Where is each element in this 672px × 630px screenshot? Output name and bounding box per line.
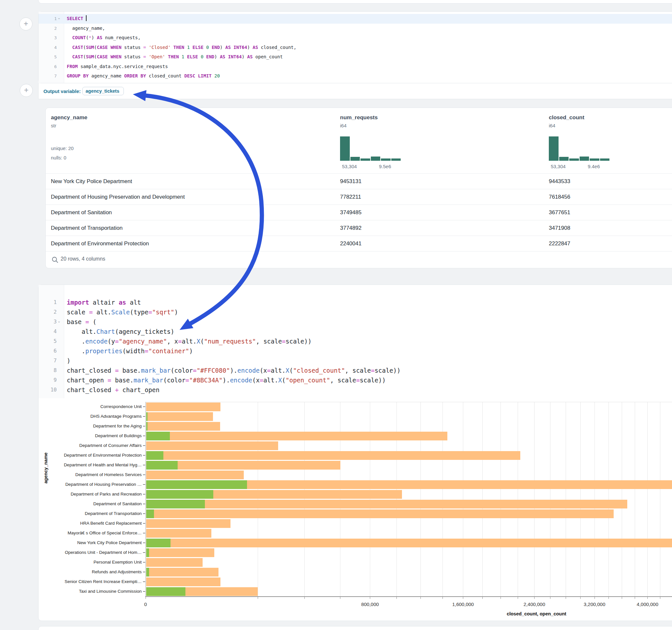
histogram-bar xyxy=(559,157,569,161)
histogram-max-label: 9.5e6 xyxy=(379,164,391,169)
previous-cell-edge xyxy=(38,0,672,4)
notebook-page: + + 1⌄SELECT 2 agency_name,3 COUNT(*) AS… xyxy=(0,0,672,630)
code-text: agency_name, xyxy=(67,24,105,33)
output-variable-bar: Output variable: agency_tickets xyxy=(38,83,672,99)
histogram-bar xyxy=(600,159,610,161)
line-number: 7 xyxy=(39,356,57,366)
code-line[interactable]: 5 CAST(SUM(CASE WHEN status = 'Open' THE… xyxy=(39,52,672,62)
line-number: 6 xyxy=(39,346,57,356)
code-line[interactable]: 6FROM sample_data.nyc.service_requests xyxy=(39,62,672,72)
table-row[interactable]: New York City Police Department945313194… xyxy=(46,173,672,189)
column-type: str xyxy=(51,123,56,128)
code-text: chart_open = base.mark_bar(color="#8BC34… xyxy=(67,375,386,385)
table-cell: 3749485 xyxy=(340,205,361,220)
code-line[interactable]: 1⌄SELECT xyxy=(39,14,672,24)
code-line[interactable]: 2scale = alt.Scale(type="sqrt") xyxy=(39,307,672,317)
histogram-bar xyxy=(590,159,599,161)
line-number: 3 xyxy=(39,317,57,327)
line-number: 5 xyxy=(39,336,57,346)
table-footer: 20 rows, 4 columns xyxy=(46,251,672,269)
plus-icon: + xyxy=(24,19,28,28)
add-cell-button[interactable]: + xyxy=(20,18,32,30)
code-line[interactable]: 3 COUNT(*) AS num_requests, xyxy=(39,33,672,43)
code-text: CAST(SUM(CASE WHEN status = 'Open' THEN … xyxy=(67,52,283,62)
column-meta: nulls: 0 xyxy=(51,155,67,161)
code-text: .encode(y="agency_name", x=alt.X("num_re… xyxy=(67,336,312,346)
code-line[interactable]: 8chart_closed = base.mark_bar(color="#FF… xyxy=(39,366,672,375)
fold-chevron-icon[interactable]: ⌄ xyxy=(57,13,61,23)
column-header-agency_name[interactable]: agency_name xyxy=(51,114,87,121)
column-type: i64 xyxy=(340,123,346,128)
table-row[interactable]: Department of Sanitation37494853677651 xyxy=(46,204,672,220)
code-text: FROM sample_data.nyc.service_requests xyxy=(67,62,168,72)
table-cell: 3774892 xyxy=(340,220,361,236)
code-text: scale = alt.Scale(type="sqrt") xyxy=(67,307,178,317)
table-row[interactable]: Department of Environmental Protection22… xyxy=(46,236,672,251)
code-line[interactable]: 4 CAST(SUM(CASE WHEN status = 'Closed' T… xyxy=(39,43,672,52)
row-count-label: 20 rows, 4 columns xyxy=(61,256,105,262)
table-cell: Department of Transportation xyxy=(51,220,123,236)
table-cell: Department of Sanitation xyxy=(51,205,112,220)
code-line[interactable]: 6 .properties(width="container") xyxy=(39,346,672,356)
code-text: chart_closed = base.mark_bar(color="#FFC… xyxy=(67,366,401,375)
text-cursor xyxy=(86,15,87,21)
line-number: 10 xyxy=(39,385,57,395)
histogram-min-label: 53,304 xyxy=(551,164,566,169)
table-cell: Department of Environmental Protection xyxy=(51,236,149,251)
table-cell: 3471908 xyxy=(549,220,570,236)
python-editor[interactable]: 1import altair as alt2scale = alt.Scale(… xyxy=(39,285,672,398)
table-cell: 3677651 xyxy=(549,205,570,220)
line-number: 9 xyxy=(39,375,57,385)
sql-cell[interactable]: 1⌄SELECT 2 agency_name,3 COUNT(*) AS num… xyxy=(38,11,672,83)
search-icon[interactable] xyxy=(51,256,59,264)
line-number: 4 xyxy=(39,327,57,336)
table-cell: 2240041 xyxy=(340,236,361,251)
histogram-bar xyxy=(381,159,391,161)
code-line[interactable]: 4 alt.Chart(agency_tickets) xyxy=(39,327,672,336)
histogram-bar xyxy=(391,159,401,161)
code-line[interactable]: 2 agency_name, xyxy=(39,24,672,33)
histogram-bar xyxy=(371,156,381,161)
table-cell: 9443533 xyxy=(549,174,570,189)
line-number: 1 xyxy=(39,14,57,24)
code-line[interactable]: 7) xyxy=(39,356,672,366)
table-row[interactable]: Department of Housing Preservation and D… xyxy=(46,189,672,205)
line-number: 7 xyxy=(39,71,57,81)
table-cell: 9453131 xyxy=(340,174,361,189)
column-header-closed_count[interactable]: closed_count xyxy=(549,114,584,121)
histogram-min-label: 53,304 xyxy=(342,164,357,169)
line-number: 8 xyxy=(39,366,57,375)
code-text: GROUP BY agency_name ORDER BY closed_cou… xyxy=(67,71,220,81)
histogram-bar xyxy=(580,156,589,161)
histogram-max-label: 9.4e6 xyxy=(588,164,600,169)
code-line[interactable]: 5 .encode(y="agency_name", x=alt.X("num_… xyxy=(39,336,672,346)
code-line[interactable]: 7GROUP BY agency_name ORDER BY closed_co… xyxy=(39,71,672,81)
histogram-bar xyxy=(340,137,350,161)
histogram xyxy=(340,137,401,161)
python-cell[interactable]: 1import altair as alt2scale = alt.Scale(… xyxy=(38,285,672,621)
code-line[interactable]: 10chart_closed + chart_open xyxy=(39,385,672,395)
table-cell: New York City Police Department xyxy=(51,174,132,189)
fold-chevron-icon[interactable]: ⌄ xyxy=(57,316,61,326)
code-line[interactable]: 3⌄base = ( xyxy=(39,317,672,327)
code-line[interactable]: 9chart_open = base.mark_bar(color="#8BC3… xyxy=(39,375,672,385)
code-text: import altair as alt xyxy=(67,297,141,307)
next-cell-edge xyxy=(38,626,672,630)
line-number: 2 xyxy=(39,307,57,317)
line-number: 1 xyxy=(39,297,57,307)
plus-icon: + xyxy=(24,86,28,94)
histogram-bar xyxy=(351,157,360,161)
code-text: chart_closed + chart_open xyxy=(67,385,160,395)
code-line[interactable]: 1import altair as alt xyxy=(39,297,672,307)
line-number: 4 xyxy=(39,43,57,52)
histogram xyxy=(549,137,609,161)
output-variable-pill[interactable]: agency_tickets xyxy=(82,87,124,95)
table-cell: 7782211 xyxy=(340,189,361,205)
table-row[interactable]: Department of Transportation377489234719… xyxy=(46,220,672,236)
sql-editor[interactable]: 1⌄SELECT 2 agency_name,3 COUNT(*) AS num… xyxy=(39,12,672,83)
add-cell-button[interactable]: + xyxy=(20,84,33,97)
code-text: .properties(width="container") xyxy=(67,346,193,356)
code-text: alt.Chart(agency_tickets) xyxy=(67,327,174,336)
results-table: agency_namestrunique: 20nulls: 0num_requ… xyxy=(45,107,672,268)
column-header-num_requests[interactable]: num_requests xyxy=(340,114,378,121)
